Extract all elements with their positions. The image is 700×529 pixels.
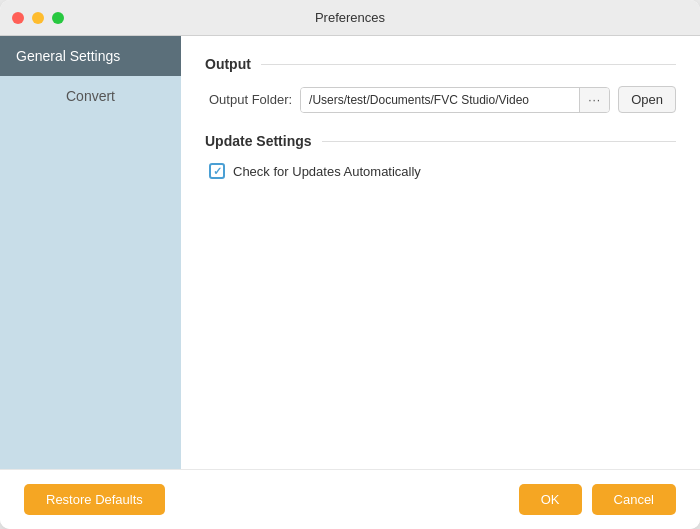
title-bar: Preferences — [0, 0, 700, 36]
footer: Restore Defaults OK Cancel — [0, 469, 700, 529]
maximize-button[interactable] — [52, 12, 64, 24]
output-folder-row: Output Folder: ··· Open — [205, 86, 676, 113]
output-section-title: Output — [205, 56, 251, 72]
main-content: General Settings Convert Output Output F… — [0, 36, 700, 469]
output-section-divider — [261, 64, 676, 65]
close-button[interactable] — [12, 12, 24, 24]
output-section-header: Output — [205, 56, 676, 72]
auto-update-row: ✓ Check for Updates Automatically — [205, 163, 676, 179]
sidebar: General Settings Convert — [0, 36, 181, 469]
auto-update-label: Check for Updates Automatically — [233, 164, 421, 179]
content-area: Output Output Folder: ··· Open — [181, 36, 700, 469]
open-folder-button[interactable]: Open — [618, 86, 676, 113]
output-section: Output Output Folder: ··· Open — [205, 56, 676, 113]
update-section-divider — [322, 141, 676, 142]
folder-input-wrapper: ··· — [300, 87, 610, 113]
window-title: Preferences — [315, 10, 385, 25]
output-folder-label: Output Folder: — [209, 92, 292, 107]
sidebar-item-general-settings[interactable]: General Settings — [0, 36, 181, 76]
sidebar-item-label-general: General Settings — [16, 48, 120, 64]
folder-browse-button[interactable]: ··· — [579, 88, 609, 112]
restore-defaults-button[interactable]: Restore Defaults — [24, 484, 165, 515]
traffic-lights — [12, 12, 64, 24]
minimize-button[interactable] — [32, 12, 44, 24]
update-section-header: Update Settings — [205, 133, 676, 149]
output-folder-input[interactable] — [301, 88, 579, 112]
update-section: Update Settings ✓ Check for Updates Auto… — [205, 133, 676, 179]
preferences-window: Preferences General Settings Convert Out… — [0, 0, 700, 529]
cancel-button[interactable]: Cancel — [592, 484, 676, 515]
update-section-title: Update Settings — [205, 133, 312, 149]
checkbox-check-icon: ✓ — [213, 166, 222, 177]
ok-button[interactable]: OK — [519, 484, 582, 515]
footer-right-buttons: OK Cancel — [519, 484, 676, 515]
sidebar-item-convert[interactable]: Convert — [0, 76, 181, 116]
sidebar-item-label-convert: Convert — [66, 88, 115, 104]
auto-update-checkbox[interactable]: ✓ — [209, 163, 225, 179]
